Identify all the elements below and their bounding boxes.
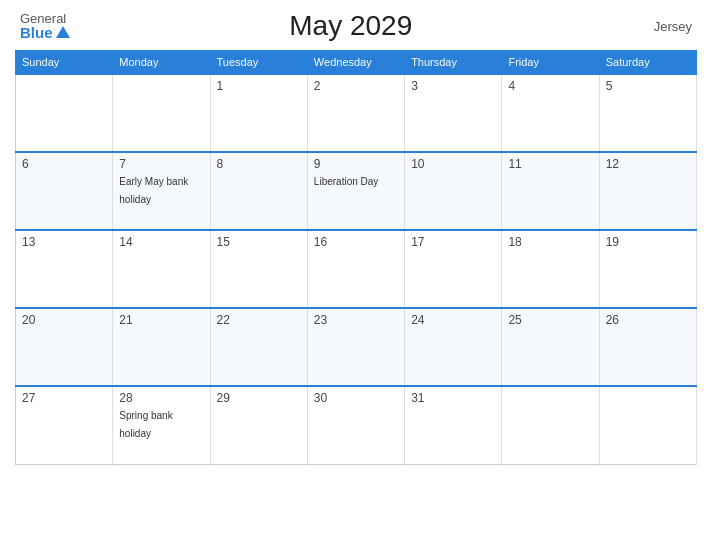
day-number: 10 bbox=[411, 157, 495, 171]
calendar-cell: 12 bbox=[599, 152, 696, 230]
calendar-title: May 2029 bbox=[70, 10, 632, 42]
calendar-week-row: 12345 bbox=[16, 74, 697, 152]
col-saturday: Saturday bbox=[599, 51, 696, 75]
calendar-cell: 20 bbox=[16, 308, 113, 386]
calendar-cell: 11 bbox=[502, 152, 599, 230]
calendar-cell: 7Early May bank holiday bbox=[113, 152, 210, 230]
day-number: 26 bbox=[606, 313, 690, 327]
day-number: 16 bbox=[314, 235, 398, 249]
day-number: 20 bbox=[22, 313, 106, 327]
day-number: 23 bbox=[314, 313, 398, 327]
col-friday: Friday bbox=[502, 51, 599, 75]
calendar-header-row: Sunday Monday Tuesday Wednesday Thursday… bbox=[16, 51, 697, 75]
day-number: 8 bbox=[217, 157, 301, 171]
calendar-cell: 30 bbox=[307, 386, 404, 464]
calendar-cell: 27 bbox=[16, 386, 113, 464]
day-number: 3 bbox=[411, 79, 495, 93]
calendar-cell: 26 bbox=[599, 308, 696, 386]
day-number: 15 bbox=[217, 235, 301, 249]
day-number: 18 bbox=[508, 235, 592, 249]
calendar-event: Early May bank holiday bbox=[119, 176, 188, 205]
calendar-cell: 4 bbox=[502, 74, 599, 152]
calendar-cell: 15 bbox=[210, 230, 307, 308]
calendar-cell: 25 bbox=[502, 308, 599, 386]
calendar-cell: 8 bbox=[210, 152, 307, 230]
calendar-cell: 22 bbox=[210, 308, 307, 386]
calendar-event: Liberation Day bbox=[314, 176, 378, 187]
calendar-week-row: 2728Spring bank holiday293031 bbox=[16, 386, 697, 464]
calendar-week-row: 67Early May bank holiday89Liberation Day… bbox=[16, 152, 697, 230]
calendar-cell: 28Spring bank holiday bbox=[113, 386, 210, 464]
calendar-cell: 2 bbox=[307, 74, 404, 152]
calendar-page: General Blue May 2029 Jersey Sunday Mond… bbox=[0, 0, 712, 550]
calendar-week-row: 20212223242526 bbox=[16, 308, 697, 386]
day-number: 21 bbox=[119, 313, 203, 327]
calendar-cell: 21 bbox=[113, 308, 210, 386]
calendar-cell: 13 bbox=[16, 230, 113, 308]
day-number: 6 bbox=[22, 157, 106, 171]
day-number: 2 bbox=[314, 79, 398, 93]
col-monday: Monday bbox=[113, 51, 210, 75]
day-number: 9 bbox=[314, 157, 398, 171]
calendar-table: Sunday Monday Tuesday Wednesday Thursday… bbox=[15, 50, 697, 465]
day-number: 28 bbox=[119, 391, 203, 405]
day-number: 27 bbox=[22, 391, 106, 405]
col-tuesday: Tuesday bbox=[210, 51, 307, 75]
logo-blue-text: Blue bbox=[20, 25, 70, 40]
col-sunday: Sunday bbox=[16, 51, 113, 75]
calendar-cell: 3 bbox=[405, 74, 502, 152]
calendar-cell: 23 bbox=[307, 308, 404, 386]
calendar-cell: 14 bbox=[113, 230, 210, 308]
logo: General Blue bbox=[20, 12, 70, 40]
day-number: 7 bbox=[119, 157, 203, 171]
logo-triangle-icon bbox=[56, 26, 70, 38]
day-number: 17 bbox=[411, 235, 495, 249]
day-number: 1 bbox=[217, 79, 301, 93]
col-thursday: Thursday bbox=[405, 51, 502, 75]
day-number: 5 bbox=[606, 79, 690, 93]
calendar-header: General Blue May 2029 Jersey bbox=[15, 10, 697, 42]
calendar-cell: 16 bbox=[307, 230, 404, 308]
calendar-cell: 10 bbox=[405, 152, 502, 230]
calendar-cell bbox=[113, 74, 210, 152]
calendar-cell: 17 bbox=[405, 230, 502, 308]
calendar-cell bbox=[599, 386, 696, 464]
calendar-cell: 29 bbox=[210, 386, 307, 464]
calendar-week-row: 13141516171819 bbox=[16, 230, 697, 308]
calendar-cell: 5 bbox=[599, 74, 696, 152]
calendar-cell: 19 bbox=[599, 230, 696, 308]
region-label: Jersey bbox=[632, 19, 692, 34]
day-number: 12 bbox=[606, 157, 690, 171]
day-number: 31 bbox=[411, 391, 495, 405]
day-number: 14 bbox=[119, 235, 203, 249]
day-number: 25 bbox=[508, 313, 592, 327]
calendar-cell: 1 bbox=[210, 74, 307, 152]
calendar-event: Spring bank holiday bbox=[119, 410, 172, 439]
day-number: 4 bbox=[508, 79, 592, 93]
day-number: 24 bbox=[411, 313, 495, 327]
day-number: 22 bbox=[217, 313, 301, 327]
day-number: 29 bbox=[217, 391, 301, 405]
day-number: 13 bbox=[22, 235, 106, 249]
calendar-cell bbox=[16, 74, 113, 152]
calendar-cell bbox=[502, 386, 599, 464]
calendar-cell: 31 bbox=[405, 386, 502, 464]
calendar-cell: 18 bbox=[502, 230, 599, 308]
day-number: 11 bbox=[508, 157, 592, 171]
col-wednesday: Wednesday bbox=[307, 51, 404, 75]
calendar-cell: 6 bbox=[16, 152, 113, 230]
calendar-cell: 9Liberation Day bbox=[307, 152, 404, 230]
calendar-cell: 24 bbox=[405, 308, 502, 386]
day-number: 19 bbox=[606, 235, 690, 249]
day-number: 30 bbox=[314, 391, 398, 405]
